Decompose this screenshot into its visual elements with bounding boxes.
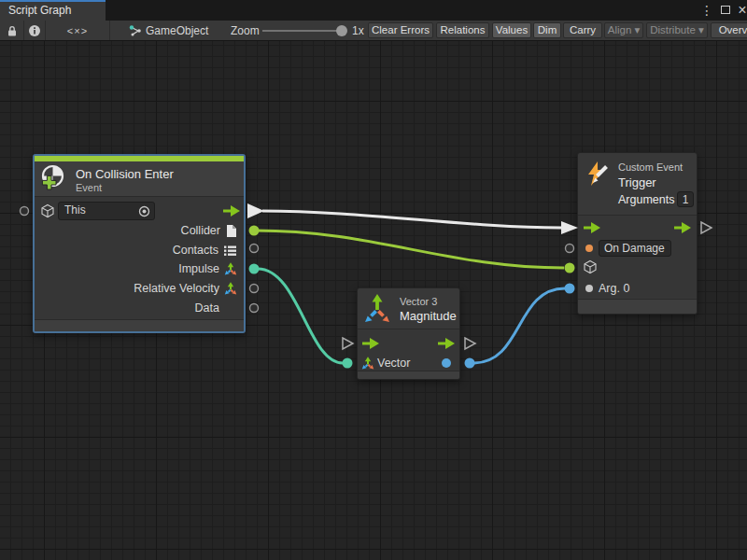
collider-doc-icon bbox=[225, 224, 237, 238]
window-menu-icon[interactable]: ⋮ bbox=[698, 0, 715, 21]
arg0-port-dot[interactable] bbox=[585, 285, 593, 292]
port-vector-input-connected[interactable] bbox=[343, 358, 353, 369]
gameobject-cube-icon bbox=[583, 259, 598, 274]
port-contacts[interactable] bbox=[250, 245, 259, 253]
vector3-icon bbox=[361, 357, 374, 370]
lock-button[interactable] bbox=[0, 21, 24, 40]
graph-toolbar: <×> GameObject Zoom 1x Clear Errors Rela… bbox=[0, 21, 747, 41]
target-picker-icon[interactable] bbox=[138, 205, 150, 217]
gameobject-icon bbox=[128, 23, 143, 38]
port-row-relative-velocity[interactable]: Relative Velocity bbox=[134, 280, 237, 297]
node-subtitle: Event bbox=[76, 182, 102, 193]
this-target-field[interactable]: This bbox=[58, 202, 155, 220]
code-icon: <×> bbox=[67, 25, 88, 36]
tab-label: Script Graph bbox=[8, 4, 71, 17]
port-row-data[interactable]: Data bbox=[195, 300, 219, 316]
flow-output-arrow-icon bbox=[674, 222, 691, 233]
arguments-label: Arguments bbox=[618, 193, 674, 206]
distribute-button[interactable]: Distribute ▾ bbox=[646, 22, 708, 38]
node-footer bbox=[35, 319, 244, 331]
port-event-name[interactable] bbox=[566, 245, 574, 253]
caret-down-icon: ▾ bbox=[698, 24, 704, 35]
lock-icon bbox=[6, 24, 19, 37]
wire-magnitude-to-arg0[interactable] bbox=[473, 288, 565, 363]
vector3-icon bbox=[224, 282, 237, 295]
port-arg0-connected[interactable] bbox=[565, 284, 575, 294]
zoom-value: 1x bbox=[352, 24, 364, 37]
code-view-button[interactable]: <×> bbox=[46, 21, 110, 40]
tab-script-graph[interactable]: Script Graph bbox=[0, 0, 106, 21]
node-footer bbox=[358, 371, 459, 379]
flow-output-arrow-icon bbox=[438, 338, 455, 349]
wire-collider-to-gameobject[interactable] bbox=[256, 231, 564, 268]
node-header: On Collision Enter Event bbox=[35, 161, 244, 196]
vector-input-label: Vector bbox=[377, 357, 410, 370]
flow-output-arrow-icon bbox=[223, 205, 240, 217]
window-close-icon[interactable]: × bbox=[734, 0, 747, 21]
node-title: Magnitude bbox=[400, 309, 457, 323]
arg0-label: Arg. 0 bbox=[599, 282, 629, 295]
zoom-slider-knob[interactable] bbox=[336, 25, 347, 36]
event-name-port-dot[interactable] bbox=[585, 245, 593, 252]
wire-flow-oce-to-trigger[interactable] bbox=[262, 211, 561, 228]
caret-down-icon: ▾ bbox=[635, 24, 641, 35]
carry-button[interactable]: Carry bbox=[563, 22, 602, 38]
node-type-label: Custom Event bbox=[618, 161, 683, 173]
port-flow-input-connected[interactable] bbox=[561, 221, 578, 234]
node-magnitude[interactable]: Vector 3 Magnitude Vector bbox=[357, 287, 460, 380]
flow-input-arrow-icon bbox=[584, 222, 600, 233]
port-this-input[interactable] bbox=[21, 207, 29, 216]
tab-bar: Script Graph ⋮ × bbox=[0, 0, 747, 21]
window-maximize-icon[interactable] bbox=[717, 0, 734, 21]
port-row-impulse[interactable]: Impulse bbox=[178, 260, 237, 277]
relations-button[interactable]: Relations bbox=[436, 22, 489, 38]
magnitude-output-dot[interactable] bbox=[442, 358, 451, 368]
port-impulse-connected[interactable] bbox=[249, 264, 260, 274]
clear-errors-button[interactable]: Clear Errors bbox=[368, 22, 433, 38]
on-collision-enter-icon bbox=[39, 164, 67, 192]
maximize-box bbox=[721, 6, 730, 14]
dim-button[interactable]: Dim bbox=[533, 22, 561, 38]
node-on-collision-enter[interactable]: On Collision Enter Event This Collider bbox=[33, 154, 246, 333]
port-row-contacts[interactable]: Contacts bbox=[173, 242, 237, 259]
node-trigger-custom-event[interactable]: Custom Event Trigger Arguments 1 On Dama… bbox=[577, 152, 698, 315]
values-button[interactable]: Values bbox=[492, 22, 531, 38]
event-name-field[interactable]: On Damage bbox=[599, 240, 671, 257]
arguments-count-field[interactable]: 1 bbox=[677, 191, 694, 207]
zoom-label: Zoom bbox=[231, 24, 260, 37]
port-trigger-flow-output[interactable] bbox=[701, 222, 712, 233]
list-icon bbox=[223, 245, 237, 257]
overview-button[interactable]: Overv bbox=[711, 22, 747, 38]
port-collider-connected[interactable] bbox=[249, 226, 260, 236]
vector3-icon bbox=[224, 262, 237, 275]
node-title: Trigger bbox=[618, 175, 656, 189]
node-footer bbox=[578, 299, 697, 314]
port-relative-velocity[interactable] bbox=[250, 285, 259, 293]
info-button[interactable] bbox=[24, 21, 46, 40]
vector3-big-icon bbox=[362, 293, 392, 323]
node-title: On Collision Enter bbox=[76, 167, 174, 181]
zoom-slider-track[interactable] bbox=[262, 30, 339, 32]
node-type-label: Vector 3 bbox=[400, 296, 437, 307]
port-data[interactable] bbox=[250, 304, 259, 313]
graph-canvas[interactable]: On Collision Enter Event This Collider bbox=[0, 41, 747, 560]
flow-input-arrow-icon bbox=[362, 338, 379, 349]
info-icon bbox=[28, 24, 41, 37]
port-magnitude-output-connected[interactable] bbox=[465, 358, 475, 369]
gameobject-label: GameObject bbox=[146, 24, 208, 37]
port-magnitude-flow-input[interactable] bbox=[343, 338, 353, 349]
port-trigger-target-connected[interactable] bbox=[565, 263, 575, 273]
port-magnitude-flow-output[interactable] bbox=[465, 338, 475, 349]
align-button[interactable]: Align ▾ bbox=[604, 22, 643, 38]
port-row-collider[interactable]: Collider bbox=[181, 222, 237, 239]
port-flow-output-connected[interactable] bbox=[247, 203, 264, 218]
custom-event-icon bbox=[584, 161, 610, 187]
wire-impulse-to-vector[interactable] bbox=[258, 269, 343, 363]
gameobject-cube-icon bbox=[40, 203, 55, 218]
